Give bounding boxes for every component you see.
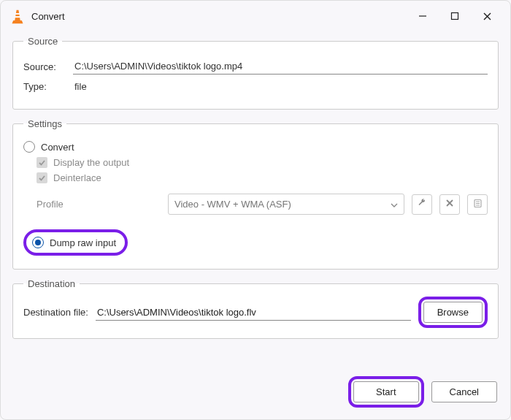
profile-value: Video - WMV + WMA (ASF): [174, 199, 291, 210]
convert-radio-label: Convert: [41, 142, 74, 153]
delete-profile-button[interactable]: [439, 194, 460, 215]
deinterlace-checkbox-row[interactable]: Deinterlace: [36, 172, 488, 183]
vlc-cone-icon: [11, 9, 24, 23]
convert-radio-row[interactable]: Convert: [23, 141, 488, 153]
checkbox-icon: [36, 157, 47, 168]
source-legend: Source: [23, 36, 62, 47]
radio-icon: [32, 237, 44, 248]
cancel-button[interactable]: Cancel: [431, 381, 497, 402]
maximize-button[interactable]: [439, 5, 471, 27]
window-title: Convert: [31, 11, 65, 22]
dump-raw-label: Dump raw input: [50, 237, 116, 248]
source-group: Source Source: Type: file: [12, 36, 499, 110]
svg-rect-1: [15, 16, 20, 18]
settings-legend: Settings: [23, 118, 66, 129]
destination-file-input[interactable]: [96, 305, 411, 321]
svg-rect-3: [452, 13, 458, 20]
dump-raw-radio-row[interactable]: Dump raw input: [23, 229, 128, 256]
wrench-icon: [417, 198, 427, 210]
edit-profile-button[interactable]: [412, 194, 432, 215]
type-label: Type:: [23, 81, 66, 92]
titlebar: Convert: [1, 1, 510, 30]
chevron-down-icon: [391, 199, 398, 210]
display-output-checkbox-row[interactable]: Display the output: [36, 157, 488, 168]
new-profile-button[interactable]: [467, 194, 488, 215]
deinterlace-label: Deinterlace: [53, 172, 101, 183]
destination-group: Destination Destination file: Browse: [12, 278, 499, 339]
profile-combobox[interactable]: Video - WMV + WMA (ASF): [168, 194, 404, 215]
destination-file-label: Destination file:: [23, 307, 88, 318]
checkbox-icon: [36, 172, 47, 183]
minimize-button[interactable]: [407, 5, 439, 27]
settings-group: Settings Convert Display the output Dein…: [12, 118, 499, 270]
display-output-label: Display the output: [53, 157, 129, 168]
document-icon: [473, 199, 483, 210]
convert-dialog: Convert Source Source: Type: file Settin…: [0, 0, 511, 420]
dialog-footer: Start Cancel: [1, 369, 510, 419]
destination-legend: Destination: [23, 278, 80, 289]
start-button[interactable]: Start: [353, 381, 418, 402]
source-input[interactable]: [73, 58, 488, 75]
radio-icon: [23, 141, 35, 153]
profile-label: Profile: [36, 199, 73, 210]
source-label: Source:: [23, 61, 66, 72]
svg-rect-0: [15, 13, 20, 15]
browse-button[interactable]: Browse: [423, 302, 483, 323]
close-button[interactable]: [471, 5, 503, 27]
type-value: file: [73, 79, 88, 94]
close-icon: [445, 199, 454, 210]
